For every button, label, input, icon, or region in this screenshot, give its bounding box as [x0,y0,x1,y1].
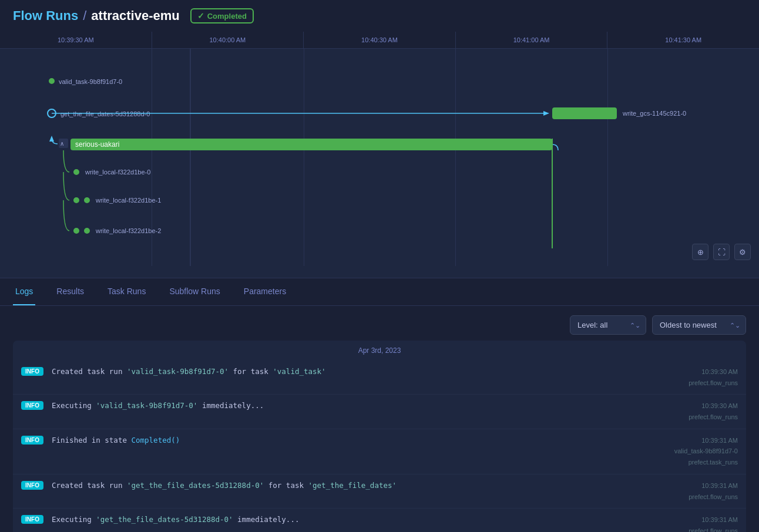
svg-point-19 [83,227,90,234]
svg-marker-8 [49,136,54,142]
tick-3: 10:41:00 AM [456,32,608,48]
page-header: Flow Runs / attractive-emu ✓ Completed [0,0,759,32]
log-message: Created task run 'valid_task-9b8f91d7-0'… [52,366,680,378]
level-select-wrapper[interactable]: Level: all Level: debug Level: info Leve… [570,315,646,335]
log-meta: 10:39:30 AM prefect.flow_runs [689,400,738,422]
tick-4: 10:41:30 AM [607,32,759,48]
tab-parameters[interactable]: Parameters [241,278,288,305]
timeline-svg: valid_task-9b8f91d7-0 get_the_file_dates… [0,49,759,266]
svg-text:∧: ∧ [60,140,64,147]
tick-1: 10:40:00 AM [152,32,304,48]
svg-point-15 [73,197,80,204]
log-meta: 10:39:31 AM prefect.flow_runs [689,480,738,502]
log-meta: 10:39:31 AM valid_task-9b8f91d7-0 prefec… [674,435,738,468]
log-controls: Level: all Level: debug Level: info Leve… [0,306,759,341]
log-message: Created task run 'get_the_file_dates-5d3… [52,480,680,491]
log-message: Executing 'get_the_file_dates-5d31288d-0… [52,514,680,526]
svg-point-18 [73,227,80,234]
status-badge: ✓ Completed [190,8,254,23]
tab-logs[interactable]: Logs [13,278,35,305]
log-row: INFO Finished in state Completed() 10:39… [13,429,746,474]
sort-select[interactable]: Oldest to newest Newest to oldest [652,315,746,335]
svg-rect-11 [70,139,552,150]
svg-text:write_local-f322d1be-2: write_local-f322d1be-2 [95,227,161,234]
breadcrumb-separator: / [83,8,86,23]
tab-task-runs[interactable]: Task Runs [105,278,148,305]
svg-rect-6 [552,107,617,119]
log-container: Apr 3rd, 2023 INFO Created task run 'val… [13,341,746,532]
log-level-badge: INFO [21,481,43,490]
timeline-container: 10:39:30 AM 10:40:00 AM 10:40:30 AM 10:4… [0,32,759,278]
tabs-bar: Logs Results Task Runs Subflow Runs Para… [0,278,759,306]
timeline-body: valid_task-9b8f91d7-0 get_the_file_dates… [0,49,759,266]
breadcrumb-run-name: attractive-emu [91,8,179,23]
log-date-header: Apr 3rd, 2023 [13,341,746,361]
timeline-header: 10:39:30 AM 10:40:00 AM 10:40:30 AM 10:4… [0,32,759,49]
timeline-controls: ⊕ ⛶ ⚙ [692,244,751,260]
status-label: Completed [207,12,247,21]
log-level-badge: INFO [21,367,43,376]
svg-text:write_local-f322d1be-0: write_local-f322d1be-0 [85,169,150,176]
svg-text:serious-uakari: serious-uakari [75,140,119,149]
log-level-badge: INFO [21,436,43,445]
log-row: INFO Executing 'valid_task-9b8f91d7-0' i… [13,395,746,429]
svg-text:write_local-f322d1be-1: write_local-f322d1be-1 [95,197,161,204]
svg-point-16 [83,197,90,204]
log-level-badge: INFO [21,401,43,410]
log-level-badge: INFO [21,515,43,524]
level-select[interactable]: Level: all Level: debug Level: info Leve… [570,315,646,335]
fullscreen-icon: ⛶ [718,248,726,257]
log-message: Executing 'valid_task-9b8f91d7-0' immedi… [52,400,680,412]
svg-marker-5 [543,111,549,116]
svg-text:get_the_file_dates-5d31288d-0: get_the_file_dates-5d31288d-0 [61,110,150,117]
crosshair-button[interactable]: ⊕ [692,244,708,260]
settings-icon: ⚙ [739,248,746,257]
sort-select-wrapper[interactable]: Oldest to newest Newest to oldest [652,315,746,335]
svg-text:write_gcs-1145c921-0: write_gcs-1145c921-0 [622,110,686,117]
tick-2: 10:40:30 AM [304,32,456,48]
log-row: INFO Executing 'get_the_file_dates-5d312… [13,509,746,532]
log-row: INFO Created task run 'get_the_file_date… [13,474,746,509]
svg-point-0 [48,78,55,85]
tick-0: 10:39:30 AM [0,32,152,48]
tab-results[interactable]: Results [54,278,86,305]
check-icon: ✓ [197,11,204,21]
crosshair-icon: ⊕ [697,248,704,257]
tab-subflow-runs[interactable]: Subflow Runs [167,278,222,305]
breadcrumb-flow-runs[interactable]: Flow Runs [13,8,78,23]
fullscreen-button[interactable]: ⛶ [713,244,730,260]
log-meta: 10:39:31 AM prefect.flow_runs [689,514,738,532]
settings-button[interactable]: ⚙ [734,244,751,260]
svg-point-13 [73,169,80,176]
log-meta: 10:39:30 AM prefect.flow_runs [689,366,738,388]
log-row: INFO Created task run 'valid_task-9b8f91… [13,361,746,395]
svg-text:valid_task-9b8f91d7-0: valid_task-9b8f91d7-0 [59,78,122,85]
log-message: Finished in state Completed() [52,435,666,446]
